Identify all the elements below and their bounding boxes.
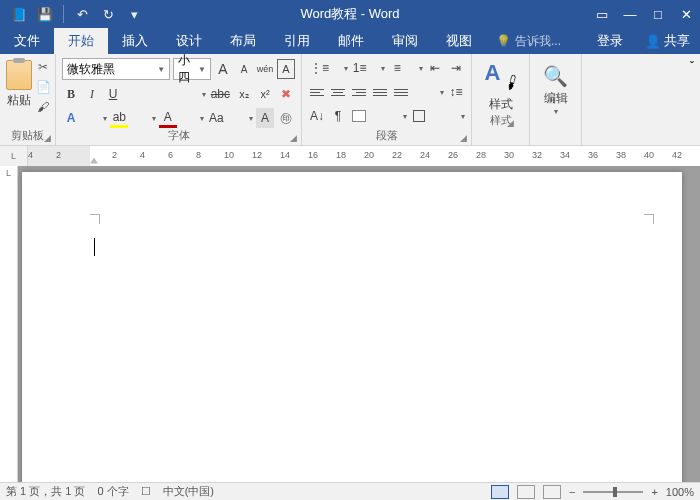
- highlight-button[interactable]: ab: [110, 108, 128, 128]
- tab-insert[interactable]: 插入: [108, 28, 162, 54]
- shading-button[interactable]: [350, 106, 370, 126]
- styles-launcher-icon[interactable]: ◢: [507, 118, 514, 128]
- tab-references[interactable]: 引用: [270, 28, 324, 54]
- language-indicator[interactable]: 中文(中国): [163, 484, 214, 499]
- text-effects-button[interactable]: A: [62, 108, 80, 128]
- case-dropdown-icon[interactable]: ▾: [249, 114, 253, 123]
- save-icon[interactable]: 💾: [34, 3, 56, 25]
- web-layout-view-icon[interactable]: [543, 485, 561, 499]
- maximize-icon[interactable]: □: [644, 0, 672, 28]
- minimize-icon[interactable]: —: [616, 0, 644, 28]
- collapse-ribbon-icon[interactable]: ˇ: [684, 54, 700, 80]
- font-color-dropdown-icon[interactable]: ▾: [200, 114, 204, 123]
- spell-check-icon[interactable]: ☐: [141, 485, 151, 498]
- margin-corner-tl: [90, 214, 100, 224]
- underline-button[interactable]: U: [104, 84, 122, 104]
- qat-customize-icon[interactable]: ▾: [123, 3, 145, 25]
- word-count[interactable]: 0 个字: [97, 484, 128, 499]
- justify-button[interactable]: [371, 82, 389, 102]
- zoom-level[interactable]: 100%: [666, 486, 694, 498]
- ruler-tick: 4: [140, 150, 168, 160]
- multilevel-button[interactable]: ≡: [388, 58, 406, 78]
- ruler-scale[interactable]: 4224681012141618202224262830323436384042: [28, 146, 700, 166]
- document-area: L: [0, 166, 700, 482]
- justify-dropdown-icon[interactable]: ▾: [440, 88, 444, 97]
- redo-icon[interactable]: ↻: [97, 3, 119, 25]
- sort-button[interactable]: A↓: [308, 106, 326, 126]
- enclosed-char-icon[interactable]: ㊞: [277, 108, 295, 128]
- bold-button[interactable]: B: [62, 84, 80, 104]
- paste-button[interactable]: 粘贴: [6, 58, 32, 109]
- login-button[interactable]: 登录: [585, 32, 635, 50]
- effects-dropdown-icon[interactable]: ▾: [103, 114, 107, 123]
- zoom-in-button[interactable]: +: [651, 486, 657, 498]
- borders-button[interactable]: [410, 106, 428, 126]
- font-name-combo[interactable]: 微软雅黑▼: [62, 58, 170, 80]
- font-launcher-icon[interactable]: ◢: [290, 133, 297, 143]
- zoom-out-button[interactable]: −: [569, 486, 575, 498]
- char-border-icon[interactable]: A: [277, 59, 295, 79]
- editing-button[interactable]: 编辑: [544, 90, 568, 107]
- tab-design[interactable]: 设计: [162, 28, 216, 54]
- horizontal-ruler[interactable]: L 42246810121416182022242628303234363840…: [0, 146, 700, 166]
- zoom-slider[interactable]: [583, 491, 643, 493]
- align-left-button[interactable]: [308, 82, 326, 102]
- print-layout-view-icon[interactable]: [491, 485, 509, 499]
- highlight-dropdown-icon[interactable]: ▾: [152, 114, 156, 123]
- phonetic-guide-icon[interactable]: wén: [256, 59, 274, 79]
- bullets-dropdown-icon[interactable]: ▾: [344, 64, 348, 73]
- multilevel-dropdown-icon[interactable]: ▾: [419, 64, 423, 73]
- paste-icon: [6, 60, 32, 90]
- underline-dropdown-icon[interactable]: ▾: [202, 90, 206, 99]
- strikethrough-button[interactable]: abc: [209, 84, 232, 104]
- tab-file[interactable]: 文件: [0, 28, 54, 54]
- cut-icon[interactable]: ✂: [34, 58, 52, 76]
- show-marks-button[interactable]: ¶: [329, 106, 347, 126]
- char-shading-icon[interactable]: A: [256, 108, 274, 128]
- tab-layout[interactable]: 布局: [216, 28, 270, 54]
- undo-icon[interactable]: ↶: [71, 3, 93, 25]
- editing-dropdown-icon[interactable]: ▾: [554, 107, 558, 116]
- read-mode-view-icon[interactable]: [517, 485, 535, 499]
- clipboard-group: 粘贴 ✂ 📄 🖌 剪贴板◢: [0, 54, 56, 145]
- superscript-button[interactable]: x²: [256, 84, 274, 104]
- clear-formatting-icon[interactable]: ✖: [277, 84, 295, 104]
- numbering-button[interactable]: 1≡: [351, 58, 369, 78]
- subscript-button[interactable]: x₂: [235, 84, 253, 104]
- font-color-button[interactable]: A: [159, 108, 177, 128]
- close-icon[interactable]: ✕: [672, 0, 700, 28]
- vertical-ruler[interactable]: L: [0, 166, 18, 482]
- tab-review[interactable]: 审阅: [378, 28, 432, 54]
- font-size-combo[interactable]: 小四▼: [173, 58, 211, 80]
- bullets-button[interactable]: ⋮≡: [308, 58, 331, 78]
- decrease-indent-button[interactable]: ⇤: [426, 58, 444, 78]
- align-right-button[interactable]: [350, 82, 368, 102]
- word-app-icon[interactable]: 📘: [8, 3, 30, 25]
- shading-dropdown-icon[interactable]: ▾: [403, 112, 407, 121]
- ribbon-options-icon[interactable]: ▭: [588, 0, 616, 28]
- distribute-button[interactable]: [392, 82, 410, 102]
- tab-selector[interactable]: L: [0, 146, 28, 166]
- tab-view[interactable]: 视图: [432, 28, 486, 54]
- copy-icon[interactable]: 📄: [34, 78, 52, 96]
- clipboard-launcher-icon[interactable]: ◢: [44, 133, 51, 143]
- tab-mailings[interactable]: 邮件: [324, 28, 378, 54]
- increase-indent-button[interactable]: ⇥: [447, 58, 465, 78]
- grow-font-icon[interactable]: A: [214, 59, 232, 79]
- borders-dropdown-icon[interactable]: ▾: [461, 112, 465, 121]
- shrink-font-icon[interactable]: A: [235, 59, 253, 79]
- share-button[interactable]: 👤 共享: [635, 32, 700, 50]
- align-center-button[interactable]: [329, 82, 347, 102]
- page-indicator[interactable]: 第 1 页，共 1 页: [6, 484, 85, 499]
- italic-button[interactable]: I: [83, 84, 101, 104]
- styles-button[interactable]: A 🖌: [483, 62, 519, 94]
- tell-me-search[interactable]: 💡 告诉我...: [486, 28, 571, 54]
- paragraph-launcher-icon[interactable]: ◢: [460, 133, 467, 143]
- change-case-button[interactable]: Aa: [207, 108, 226, 128]
- numbering-dropdown-icon[interactable]: ▾: [381, 64, 385, 73]
- tab-home[interactable]: 开始: [54, 28, 108, 54]
- line-spacing-button[interactable]: ↕≡: [447, 82, 465, 102]
- document-page[interactable]: [22, 172, 682, 482]
- format-painter-icon[interactable]: 🖌: [34, 98, 52, 116]
- find-icon[interactable]: 🔍: [543, 64, 568, 88]
